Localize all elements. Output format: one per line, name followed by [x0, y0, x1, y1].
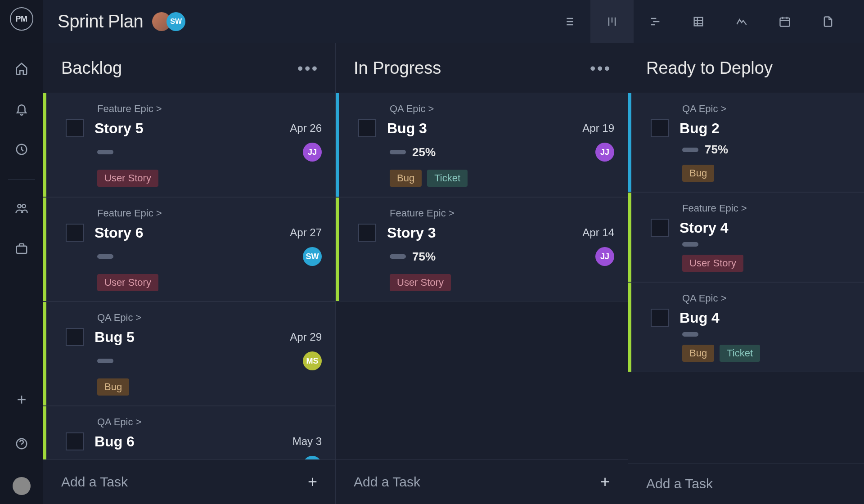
home-icon[interactable]: [11, 58, 32, 79]
tag-bug[interactable]: Bug: [97, 378, 129, 396]
card-epic-breadcrumb[interactable]: Feature Epic >: [97, 207, 322, 219]
tag-bug[interactable]: Bug: [682, 165, 714, 182]
files-view-tab[interactable]: [806, 0, 850, 43]
project-title: Sprint Plan: [58, 11, 143, 32]
column-backlog: Backlog•••Feature Epic >Story 5Apr 26JJU…: [43, 43, 336, 504]
card-stripe: [628, 283, 631, 372]
progress-percent: 75%: [412, 250, 436, 264]
tag-user-story[interactable]: User Story: [97, 274, 158, 291]
assignee-avatar[interactable]: JJ: [595, 247, 614, 266]
card-epic-breadcrumb[interactable]: Feature Epic >: [682, 202, 864, 214]
tag-ticket[interactable]: Ticket: [720, 345, 760, 362]
view-tabs: [547, 0, 850, 43]
task-checkbox[interactable]: [651, 309, 669, 327]
header: Sprint Plan SW: [43, 0, 864, 43]
portfolio-icon[interactable]: [11, 238, 32, 260]
recent-icon[interactable]: [11, 139, 32, 160]
add-task-label: Add a Task: [646, 476, 713, 491]
help-icon[interactable]: [11, 433, 32, 454]
assignee-avatar[interactable]: SW: [303, 247, 322, 266]
progress-bar: [97, 359, 113, 363]
plus-icon: +: [308, 472, 317, 491]
project-members[interactable]: SW: [157, 12, 185, 31]
column-header: In Progress•••: [336, 43, 628, 93]
column-body: QA Epic >Bug 3Apr 1925%JJBugTicketFeatur…: [336, 93, 628, 459]
card-epic-breadcrumb[interactable]: QA Epic >: [390, 103, 614, 115]
plus-icon: +: [600, 472, 610, 491]
svg-rect-5: [694, 17, 703, 26]
column-menu-icon[interactable]: •••: [297, 59, 319, 77]
sheet-view-tab[interactable]: [677, 0, 720, 43]
member-avatar[interactable]: SW: [166, 12, 185, 31]
progress-bar: [97, 150, 113, 154]
user-avatar[interactable]: [13, 477, 31, 495]
task-checkbox[interactable]: [651, 219, 669, 237]
list-view-tab[interactable]: [547, 0, 590, 43]
task-date: Apr 14: [582, 226, 614, 239]
task-checkbox[interactable]: [66, 432, 84, 450]
card-stripe: [43, 406, 46, 459]
progress-bar: [682, 242, 698, 247]
notifications-icon[interactable]: [11, 98, 32, 120]
task-checkbox[interactable]: [66, 119, 84, 137]
team-icon[interactable]: [11, 198, 32, 219]
tag-user-story[interactable]: User Story: [390, 274, 451, 291]
card-epic-breadcrumb[interactable]: QA Epic >: [97, 312, 322, 324]
column-body: QA Epic >Bug 275%BugFeature Epic >Story …: [628, 93, 864, 463]
tag-bug[interactable]: Bug: [682, 345, 714, 362]
card-epic-breadcrumb[interactable]: QA Epic >: [97, 416, 322, 428]
task-card[interactable]: QA Epic >Bug 5Apr 29MSBug: [43, 302, 335, 406]
task-title: Bug 2: [680, 120, 720, 137]
assignee-avatar[interactable]: MS: [303, 351, 322, 370]
task-checkbox[interactable]: [358, 119, 376, 137]
task-date: Apr 27: [290, 226, 322, 239]
task-card[interactable]: Feature Epic >Story 6Apr 27SWUser Story: [43, 197, 335, 302]
add-task-label: Add a Task: [354, 474, 420, 490]
task-card[interactable]: Feature Epic >Story 4User Story: [628, 192, 864, 282]
task-checkbox[interactable]: [66, 328, 84, 346]
column-in-progress: In Progress•••QA Epic >Bug 3Apr 1925%JJB…: [336, 43, 628, 504]
tag-list: User Story: [97, 170, 322, 187]
task-card[interactable]: QA Epic >Bug 3Apr 1925%JJBugTicket: [336, 93, 628, 197]
task-checkbox[interactable]: [358, 224, 376, 242]
board-view-tab[interactable]: [590, 0, 634, 43]
calendar-view-tab[interactable]: [763, 0, 806, 43]
card-stripe: [43, 302, 46, 405]
task-card[interactable]: QA Epic >Bug 275%Bug: [628, 93, 864, 192]
card-epic-breadcrumb[interactable]: Feature Epic >: [390, 207, 614, 219]
tag-ticket[interactable]: Ticket: [427, 170, 468, 187]
gantt-view-tab[interactable]: [634, 0, 677, 43]
task-date: May 3: [292, 435, 322, 448]
column-menu-icon[interactable]: •••: [590, 59, 612, 77]
dashboard-view-tab[interactable]: [720, 0, 763, 43]
task-card[interactable]: Feature Epic >Story 5Apr 26JJUser Story: [43, 93, 335, 197]
assignee-avatar[interactable]: JJ: [303, 143, 322, 162]
add-task-button[interactable]: Add a Task+: [336, 459, 628, 504]
svg-point-1: [18, 204, 21, 208]
task-card[interactable]: QA Epic >Bug 6May 3SW: [43, 406, 335, 459]
add-task-button[interactable]: Add a Task: [628, 463, 864, 504]
task-title: Story 5: [94, 120, 143, 137]
tag-user-story[interactable]: User Story: [97, 170, 158, 187]
left-sidebar: PM: [0, 0, 43, 504]
tag-user-story[interactable]: User Story: [682, 255, 743, 272]
tag-list: User Story: [682, 255, 864, 272]
assignee-avatar[interactable]: SW: [303, 456, 322, 459]
task-card[interactable]: Feature Epic >Story 3Apr 1475%JJUser Sto…: [336, 197, 628, 302]
task-card[interactable]: QA Epic >Bug 4BugTicket: [628, 282, 864, 372]
task-checkbox[interactable]: [66, 224, 84, 242]
add-icon[interactable]: [11, 389, 32, 410]
tag-bug[interactable]: Bug: [390, 170, 422, 187]
task-checkbox[interactable]: [651, 119, 669, 137]
svg-point-2: [22, 204, 26, 208]
card-epic-breadcrumb[interactable]: QA Epic >: [682, 103, 864, 115]
column-header: Ready to Deploy: [628, 43, 864, 93]
column-header: Backlog•••: [43, 43, 335, 93]
app-logo[interactable]: PM: [10, 7, 33, 31]
add-task-label: Add a Task: [61, 474, 128, 490]
add-task-button[interactable]: Add a Task+: [43, 459, 335, 504]
assignee-avatar[interactable]: JJ: [595, 143, 614, 162]
column-title: Backlog: [61, 58, 122, 78]
card-epic-breadcrumb[interactable]: Feature Epic >: [97, 103, 322, 115]
card-epic-breadcrumb[interactable]: QA Epic >: [682, 292, 864, 304]
